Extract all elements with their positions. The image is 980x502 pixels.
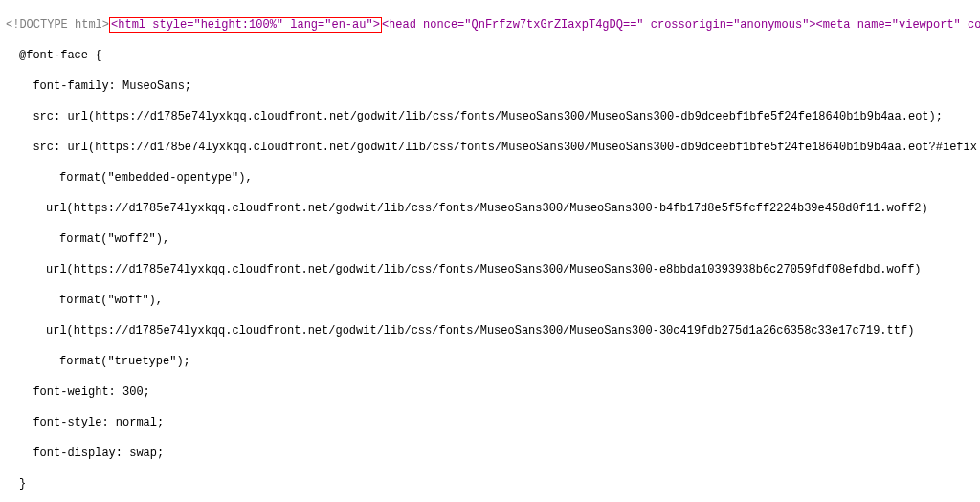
code-line: src: url(https://d1785e74lyxkqq.cloudfro… [6, 140, 980, 155]
code-line: <!DOCTYPE html><html style="height:100%"… [6, 17, 980, 33]
code-line: format("truetype"); [6, 354, 980, 369]
code-line: src: url(https://d1785e74lyxkqq.cloudfro… [6, 109, 980, 124]
code-line: format("embedded-opentype"), [6, 170, 980, 186]
code-line: font-weight: 300; [6, 384, 980, 400]
source-viewer: <!DOCTYPE html><html style="height:100%"… [0, 0, 980, 502]
code-line: } [6, 476, 980, 491]
code-line: format("woff2"), [6, 231, 980, 247]
code-line: url(https://d1785e74lyxkqq.cloudfront.ne… [6, 323, 980, 338]
code-line: @font-face { [6, 48, 980, 63]
code-line: url(https://d1785e74lyxkqq.cloudfront.ne… [6, 262, 980, 277]
code-line: font-style: normal; [6, 415, 980, 430]
html-open-tag: <html style="height:100%" lang="en-au"> [109, 17, 382, 33]
code-line: url(https://d1785e74lyxkqq.cloudfront.ne… [6, 201, 980, 216]
head-open-tag: <head nonce="QnFrfzw7txGrZIaxpT4gDQ==" c… [382, 18, 980, 32]
doctype: <!DOCTYPE html> [6, 18, 109, 32]
code-line: font-family: MuseoSans; [6, 78, 980, 94]
code-line: format("woff"), [6, 293, 980, 308]
code-line: font-display: swap; [6, 446, 980, 461]
